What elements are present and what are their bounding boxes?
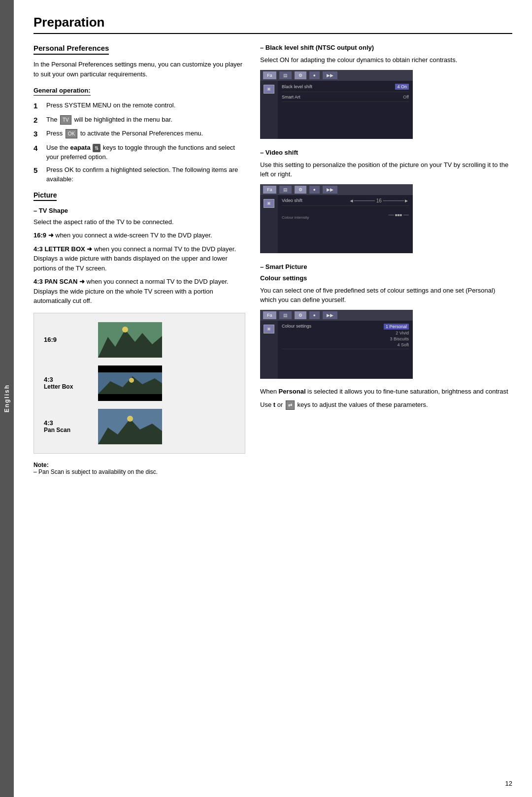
sc-row-blshift: Black level shift 4 On: [282, 84, 409, 92]
sc-row-vshift-color-label: Colour intensity: [282, 215, 309, 220]
eapata-icon: ⇅: [93, 144, 100, 152]
sc-sidebar-2: ▣: [260, 195, 278, 253]
black-level-desc: Select ON for adapting the colour dynami…: [260, 55, 512, 65]
two-column-layout: Personal Preferences In the Personal Pre…: [33, 44, 512, 475]
sc-top-bar-1: Fa ▤ ⚙ ● ▶▶: [260, 70, 413, 81]
keys-icon: ⇄: [286, 400, 295, 410]
169-label: 16:9 ➜: [33, 232, 54, 239]
step-3-content: Press OK to activate the Personal Prefer…: [46, 129, 245, 138]
tv-shape-box: 16:9 4:3: [33, 313, 245, 454]
sc-icon-2: ▣: [264, 199, 274, 208]
tv-label-43ps: 4:3 Pan Scan: [44, 419, 98, 433]
left-column: Personal Preferences In the Personal Pre…: [33, 44, 245, 475]
sc-icon-3: ▣: [264, 325, 274, 333]
step-2-num: 2: [33, 115, 44, 126]
sc-colour-main-label: Colour settings: [282, 324, 311, 347]
ok-icon: OK: [66, 129, 77, 138]
sc-row-blshift-value: 4 On: [395, 84, 409, 90]
step-5-num: 5: [33, 165, 44, 176]
video-shift-heading: Video shift: [260, 149, 512, 156]
sc-row-vshift-extra: Colour intensity ── ■■■ ──: [282, 211, 409, 222]
personal-keys-note: Use t or ⇄ keys to adjust the values of …: [260, 400, 512, 410]
sc-tab-3: ●: [309, 71, 320, 79]
tv-label-43ps-line1: 4:3: [44, 419, 98, 427]
general-operation-heading: General operation:: [33, 87, 91, 96]
sc-body-2: ▣ Video shift ◄────── 16 ──────► Colour …: [260, 195, 413, 253]
tv-shape-heading: TV Shape: [33, 207, 245, 214]
tv-shape-row-169: 16:9: [44, 322, 235, 358]
sc-tab-1: ▤: [279, 71, 292, 79]
picture-heading: Picture: [33, 191, 57, 201]
tv-thumb-43ps: [98, 409, 162, 444]
black-level-heading: Black level shift (NTSC output only): [260, 44, 512, 51]
sc-colour-option-4: 4 Soft: [397, 342, 409, 347]
svg-point-9: [127, 416, 133, 422]
sc-tab2-fa: Fa: [263, 186, 276, 194]
black-level-screen: Fa ▤ ⚙ ● ▶▶ ▣ Black level shift: [260, 70, 413, 139]
tv-label-169: 16:9: [44, 336, 98, 343]
video-shift-desc: Use this setting to personalize the posi…: [260, 160, 512, 179]
colour-settings-heading: Colour settings: [260, 274, 512, 282]
black-level-section: Black level shift (NTSC output only) Sel…: [260, 44, 512, 139]
sc-tab2-1: ▤: [279, 186, 292, 194]
sc-tab3-4: ▶▶: [323, 311, 337, 319]
video-shift-screen: Fa ▤ ⚙ ● ▶▶ ▣ Video shift ◄───: [260, 184, 413, 253]
step-3-num: 3: [33, 129, 44, 140]
sc-sidebar-3: ▣: [260, 321, 278, 379]
sc-colour-options: 1 Personal 2 Vivid 3 Biscuits 4 Soft: [384, 324, 409, 347]
sc-row-vshift-color-value: ── ■■■ ──: [388, 213, 409, 217]
sc-tab3-2: ⚙: [295, 311, 306, 319]
sc-row-blshift-label: Black level shift: [282, 84, 312, 89]
sc-tab2-2: ⚙: [295, 186, 306, 194]
sc-colour-option-1: 1 Personal: [384, 324, 409, 330]
tv-shape-row-43lb: 4:3 Letter Box: [44, 365, 235, 401]
step-4-content: Use the eapata ⇅ keys to toggle through …: [46, 143, 245, 162]
personal-bold: Personal: [279, 388, 306, 395]
tv-label-43lb-line1: 4:3: [44, 376, 98, 383]
step-5-content: Press OK to confirm a highlighted select…: [46, 165, 245, 184]
page-title: Preparation: [33, 15, 512, 34]
section-heading-personal-prefs: Personal Preferences: [33, 44, 109, 55]
eapata-label: eapata: [70, 144, 90, 151]
colour-settings-subsection: Colour settings You can select one of fi…: [260, 274, 512, 379]
sc-tab2-3: ●: [309, 186, 320, 194]
tv-shape-desc: Select the aspect ratio of the TV to be …: [33, 217, 245, 227]
tv-label-43lb-line2: Letter Box: [44, 383, 98, 390]
sc-row-vshift-label: Video shift: [282, 198, 302, 203]
intro-text: In the Personal Preferences settings men…: [33, 60, 245, 79]
colour-settings-screen: Fa ▤ ⚙ ● ▶▶ ▣ Colour s: [260, 310, 413, 379]
sc-row-smartart-label: Smart Art: [282, 95, 300, 100]
sc-tab-4: ▶▶: [323, 71, 337, 79]
tv-thumb-169: [98, 322, 162, 358]
sc-row-vshift: Video shift ◄────── 16 ──────►: [282, 198, 409, 206]
sc-tab3-3: ●: [309, 311, 320, 319]
tv-shape-43lb-desc: 4:3 LETTER BOX ➜ when you connect a norm…: [33, 244, 245, 273]
smart-picture-section: Smart Picture Colour settings You can se…: [260, 263, 512, 410]
step-5: 5 Press OK to confirm a highlighted sele…: [33, 165, 245, 184]
sc-colour-row-main: Colour settings 1 Personal 2 Vivid 3 Bis…: [282, 324, 409, 349]
t-key: t: [273, 400, 275, 410]
svg-point-2: [122, 327, 128, 332]
note-label: Note:: [33, 462, 49, 468]
svg-point-6: [129, 378, 134, 383]
sc-tab-fa: Fa: [263, 71, 276, 79]
page-number: 12: [505, 780, 512, 787]
step-3: 3 Press OK to activate the Personal Pref…: [33, 129, 245, 140]
main-content: Preparation Personal Preferences In the …: [14, 0, 532, 495]
tv-shape-169-desc: 16:9 ➜ when you connect a wide-screen TV…: [33, 231, 245, 240]
sc-row-smartart: Smart Art Off: [282, 95, 409, 102]
tv-shape-43ps-desc: 4:3 PAN SCAN ➜ when you connect a normal…: [33, 277, 245, 306]
sc-sidebar-1: ▣: [260, 81, 278, 139]
43ps-label: 4:3 PAN SCAN ➜: [33, 278, 85, 285]
step-4: 4 Use the eapata ⇅ keys to toggle throug…: [33, 143, 245, 162]
sc-top-bar-2: Fa ▤ ⚙ ● ▶▶: [260, 184, 413, 195]
sc-tab3-1: ▤: [279, 311, 292, 319]
sc-tab-2: ⚙: [295, 71, 306, 79]
step-1-num: 1: [33, 100, 44, 112]
colour-settings-desc: You can select one of five predefined se…: [260, 286, 512, 305]
right-column: Black level shift (NTSC output only) Sel…: [260, 44, 512, 475]
sc-row-smartart-value: Off: [403, 95, 409, 100]
tv-label-43ps-line2: Pan Scan: [44, 427, 98, 433]
smart-picture-heading: Smart Picture: [260, 263, 512, 270]
step-1-content: Press SYSTEM MENU on the remote control.: [46, 100, 245, 110]
